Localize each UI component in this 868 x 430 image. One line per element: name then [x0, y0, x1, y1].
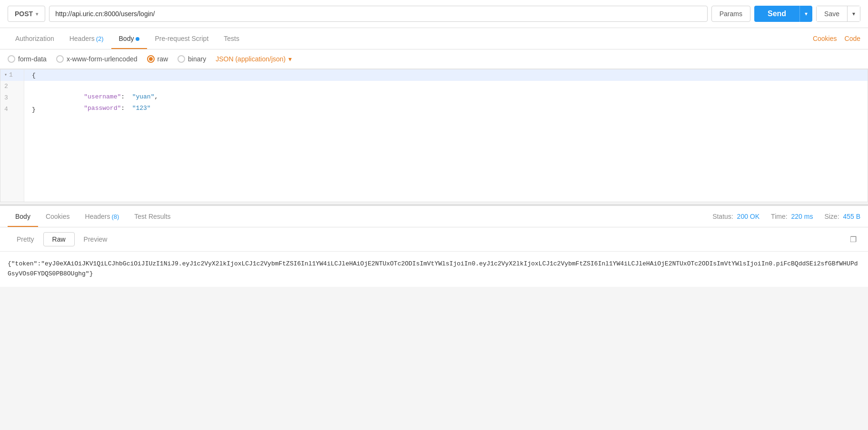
- line-num-4: 4: [0, 104, 24, 115]
- response-tabs-bar: Body Cookies Headers(8) Test Results Sta…: [0, 206, 868, 227]
- cookies-link[interactable]: Cookies: [813, 35, 837, 42]
- method-label: POST: [15, 10, 33, 18]
- resp-tab-body[interactable]: Body: [8, 206, 38, 227]
- headers-badge: (2): [96, 35, 104, 42]
- format-btn-pretty[interactable]: Pretty: [8, 232, 43, 246]
- method-selector[interactable]: POST ▾: [8, 6, 45, 22]
- tab-tests[interactable]: Tests: [216, 28, 247, 49]
- status-label-text: Status: 200 OK: [712, 213, 760, 220]
- time-label-text: Time: 220 ms: [771, 213, 813, 220]
- format-bar: form-data x-www-form-urlencoded raw bina…: [0, 49, 868, 69]
- send-dropdown-button[interactable]: ▾: [799, 6, 812, 22]
- radio-circle-raw: [147, 55, 155, 63]
- copy-icon-button[interactable]: ❐: [846, 233, 860, 246]
- tab-pre-request-script[interactable]: Pre-request Script: [147, 28, 216, 49]
- binary-label: binary: [188, 55, 206, 63]
- response-body: {"token":"eyJ0eXAiOiJKV1QiLCJhbGciOiJIUz…: [0, 252, 868, 287]
- line-num-3: 3: [0, 92, 24, 104]
- params-button[interactable]: Params: [711, 6, 750, 22]
- json-type-select[interactable]: JSON (application/json) ▾: [216, 55, 292, 63]
- body-dot: [136, 37, 139, 41]
- response-section: Body Cookies Headers(8) Test Results Sta…: [0, 204, 868, 287]
- status-value: 200 OK: [737, 213, 760, 220]
- radio-circle-form-data: [8, 55, 15, 63]
- request-tabs-left: Authorization Headers(2) Body Pre-reques…: [8, 28, 813, 49]
- save-button[interactable]: Save: [816, 6, 847, 22]
- code-line-1: {: [24, 69, 868, 81]
- request-bar: POST ▾ Params Send ▾ Save ▾: [0, 0, 868, 28]
- tab-body[interactable]: Body: [111, 28, 148, 49]
- radio-binary[interactable]: binary: [178, 55, 206, 63]
- line-num-2: 2: [0, 81, 24, 92]
- code-content[interactable]: { "username": "yuan", "password": "123" …: [24, 69, 868, 202]
- json-type-chevron: ▾: [288, 55, 292, 63]
- resp-format-bar: Pretty Raw Preview ❐: [0, 227, 868, 252]
- collapse-arrow[interactable]: ▾: [4, 71, 7, 79]
- response-meta: Status: 200 OK Time: 220 ms Size: 455 B: [712, 213, 860, 220]
- resp-tab-headers[interactable]: Headers(8): [78, 206, 127, 227]
- radio-circle-binary: [178, 55, 185, 63]
- line-numbers: ▾ 1 2 3 4: [0, 69, 24, 202]
- tab-headers[interactable]: Headers(2): [62, 28, 111, 49]
- response-tabs-left: Body Cookies Headers(8) Test Results: [8, 206, 712, 227]
- size-value: 455 B: [843, 213, 860, 220]
- code-link[interactable]: Code: [845, 35, 860, 42]
- raw-label: raw: [158, 55, 168, 63]
- save-btn-group: Save ▾: [816, 6, 860, 22]
- response-text: {"token":"eyJ0eXAiOiJKV1QiLCJhbGciOiJIUz…: [8, 260, 858, 277]
- radio-raw[interactable]: raw: [147, 55, 168, 63]
- request-tabs-right: Cookies Code: [813, 35, 860, 42]
- editor-area: ▾ 1 2 3 4 { "username": "yuan", "passwor…: [0, 69, 868, 202]
- time-value: 220 ms: [791, 213, 813, 220]
- radio-x-www-form-urlencoded[interactable]: x-www-form-urlencoded: [56, 55, 138, 63]
- form-data-label: form-data: [18, 55, 47, 63]
- method-chevron: ▾: [36, 11, 38, 17]
- url-input[interactable]: [49, 6, 708, 22]
- code-line-4: }: [24, 104, 868, 115]
- resp-headers-badge: (8): [111, 213, 119, 220]
- resp-tab-test-results[interactable]: Test Results: [127, 206, 178, 227]
- send-btn-group: Send ▾: [754, 6, 812, 22]
- format-btn-raw[interactable]: Raw: [43, 232, 75, 246]
- format-btn-preview[interactable]: Preview: [75, 232, 117, 246]
- line-num-1: ▾ 1: [0, 69, 24, 81]
- size-label-text: Size: 455 B: [824, 213, 860, 220]
- radio-circle-x-www: [56, 55, 64, 63]
- request-tabs: Authorization Headers(2) Body Pre-reques…: [0, 28, 868, 49]
- resp-tab-cookies[interactable]: Cookies: [38, 206, 78, 227]
- save-dropdown-button[interactable]: ▾: [847, 6, 860, 22]
- code-line-2: "username": "yuan",: [24, 81, 868, 92]
- send-button[interactable]: Send: [754, 6, 799, 22]
- json-type-label: JSON (application/json): [216, 55, 286, 63]
- radio-form-data[interactable]: form-data: [8, 55, 47, 63]
- tab-authorization[interactable]: Authorization: [8, 28, 62, 49]
- x-www-label: x-www-form-urlencoded: [67, 55, 138, 63]
